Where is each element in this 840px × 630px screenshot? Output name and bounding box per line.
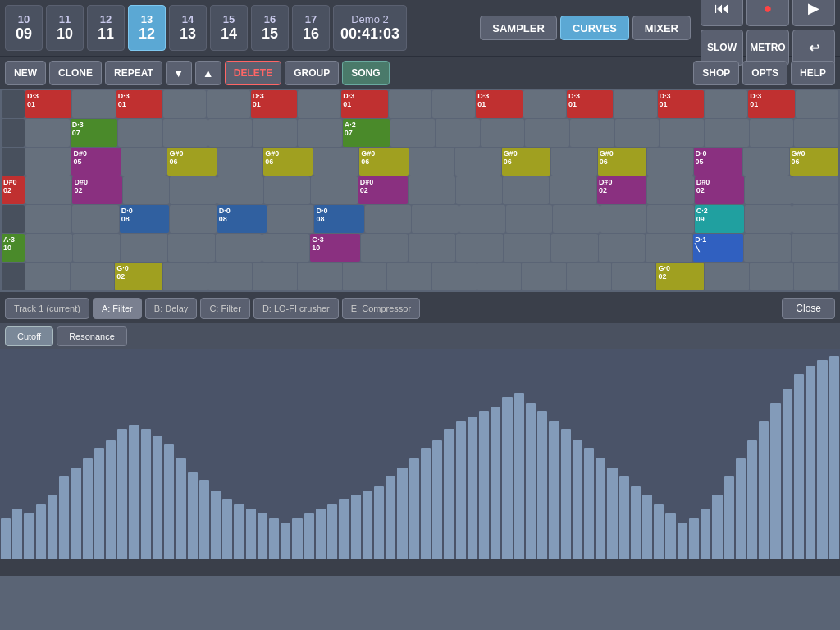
bar-43[interactable]: [501, 356, 513, 559]
measure-8[interactable]: 17 16: [292, 5, 330, 51]
opts-button[interactable]: OPTS: [742, 61, 788, 85]
bar-25[interactable]: [291, 356, 303, 559]
bar-52[interactable]: [606, 356, 618, 559]
bar-66[interactable]: [769, 356, 781, 559]
pattern-g0-06-5[interactable]: G#006: [598, 148, 646, 176]
group-button[interactable]: GROUP: [285, 61, 339, 85]
bar-64[interactable]: [746, 356, 758, 559]
bar-0[interactable]: [0, 356, 11, 559]
bar-10[interactable]: [116, 356, 128, 559]
bar-41[interactable]: [478, 356, 490, 559]
pattern-d0-05[interactable]: D#005: [71, 148, 120, 176]
bar-20[interactable]: [233, 356, 244, 559]
bar-61[interactable]: [711, 356, 723, 559]
pattern-g0-06-2[interactable]: G#006: [263, 148, 312, 176]
pattern-g0-02-1[interactable]: G·002: [115, 262, 162, 290]
mixer-button[interactable]: MIXER: [632, 16, 691, 40]
tab-track1[interactable]: Track 1 (current): [5, 298, 89, 319]
measure-4[interactable]: 13 12: [128, 5, 166, 51]
bar-47[interactable]: [548, 356, 559, 559]
bar-9[interactable]: [105, 356, 116, 559]
bar-13[interactable]: [152, 356, 163, 559]
bar-31[interactable]: [362, 356, 373, 559]
bar-58[interactable]: [677, 356, 688, 559]
bar-62[interactable]: [724, 356, 735, 559]
bar-15[interactable]: [175, 356, 186, 559]
bar-38[interactable]: [443, 356, 454, 559]
tab-filter-c[interactable]: C: Filter: [200, 298, 250, 319]
pattern-d3-01-5[interactable]: D·301: [476, 90, 522, 118]
bar-67[interactable]: [782, 356, 793, 559]
bar-39[interactable]: [455, 356, 467, 559]
cutoff-param-button[interactable]: Cutoff: [5, 326, 53, 346]
sampler-button[interactable]: SAMPLER: [480, 16, 557, 40]
bar-27[interactable]: [315, 356, 326, 559]
pattern-c2-09[interactable]: C·209: [695, 205, 744, 233]
pattern-g3-10[interactable]: G·310: [310, 234, 360, 262]
bar-65[interactable]: [758, 356, 769, 559]
bar-68[interactable]: [793, 356, 805, 559]
pattern-g0-06-1[interactable]: G#006: [167, 148, 216, 176]
tab-compressor-e[interactable]: E: Compressor: [342, 298, 420, 319]
bar-26[interactable]: [304, 356, 315, 559]
play-button[interactable]: ▶: [792, 0, 835, 26]
bar-45[interactable]: [525, 356, 536, 559]
close-button[interactable]: Close: [782, 298, 835, 319]
pattern-a2-07[interactable]: A·207: [343, 119, 390, 147]
bar-46[interactable]: [536, 356, 548, 559]
bar-40[interactable]: [467, 356, 478, 559]
bar-33[interactable]: [385, 356, 396, 559]
pattern-g0-06-4[interactable]: G#006: [502, 148, 550, 176]
bar-18[interactable]: [210, 356, 221, 559]
bar-6[interactable]: [70, 356, 81, 559]
bar-36[interactable]: [420, 356, 431, 559]
bar-16[interactable]: [187, 356, 199, 559]
bar-34[interactable]: [396, 356, 408, 559]
new-button[interactable]: NEW: [5, 61, 46, 85]
bar-71[interactable]: [829, 356, 840, 559]
pattern-g0-06-3[interactable]: G#006: [359, 148, 408, 176]
bar-17[interactable]: [199, 356, 210, 559]
bar-29[interactable]: [338, 356, 349, 559]
tab-lofi-d[interactable]: D: LO-FI crusher: [253, 298, 339, 319]
pattern-d3-01-1[interactable]: D·301: [25, 90, 71, 118]
bar-51[interactable]: [595, 356, 606, 559]
bar-7[interactable]: [82, 356, 94, 559]
bar-70[interactable]: [816, 356, 828, 559]
down-arrow-button[interactable]: ▼: [166, 61, 192, 85]
bar-8[interactable]: [94, 356, 105, 559]
bar-44[interactable]: [514, 356, 525, 559]
curves-button[interactable]: CURVES: [560, 16, 629, 40]
pattern-d0-02-1[interactable]: D#002: [72, 176, 121, 204]
shop-button[interactable]: SHOP: [693, 61, 739, 85]
bar-69[interactable]: [805, 356, 816, 559]
help-button[interactable]: HELP: [791, 61, 835, 85]
bar-24[interactable]: [280, 356, 291, 559]
rewind-button[interactable]: ⏮: [701, 0, 743, 26]
bar-60[interactable]: [700, 356, 711, 559]
up-arrow-button[interactable]: ▲: [195, 61, 221, 85]
pattern-d3-01-4[interactable]: D·301: [341, 90, 387, 118]
pattern-d1[interactable]: D·1╲: [693, 234, 743, 262]
bar-49[interactable]: [572, 356, 583, 559]
pattern-d3-07[interactable]: D·307: [71, 119, 118, 147]
pattern-d0-08-2[interactable]: D·008: [217, 205, 267, 233]
bar-32[interactable]: [373, 356, 385, 559]
bar-22[interactable]: [257, 356, 268, 559]
pattern-d0-08-3[interactable]: D·008: [314, 205, 363, 233]
bar-56[interactable]: [653, 356, 664, 559]
measure-7[interactable]: 16 15: [251, 5, 289, 51]
pattern-d0-05-2[interactable]: D·005: [694, 148, 742, 176]
bar-14[interactable]: [163, 356, 175, 559]
pattern-g0-06-6[interactable]: G#006: [790, 148, 838, 176]
bar-35[interactable]: [409, 356, 420, 559]
pattern-d3-01-8[interactable]: D·301: [748, 90, 794, 118]
tab-filter-a[interactable]: A: Filter: [93, 298, 142, 319]
pattern-d3-01-6[interactable]: D·301: [567, 90, 613, 118]
bar-63[interactable]: [735, 356, 746, 559]
measure-2[interactable]: 11 10: [46, 5, 84, 51]
pattern-d3-01-7[interactable]: D·301: [658, 90, 704, 118]
delete-button[interactable]: DELETE: [225, 61, 281, 85]
measure-5[interactable]: 14 13: [169, 5, 207, 51]
bar-12[interactable]: [140, 356, 152, 559]
